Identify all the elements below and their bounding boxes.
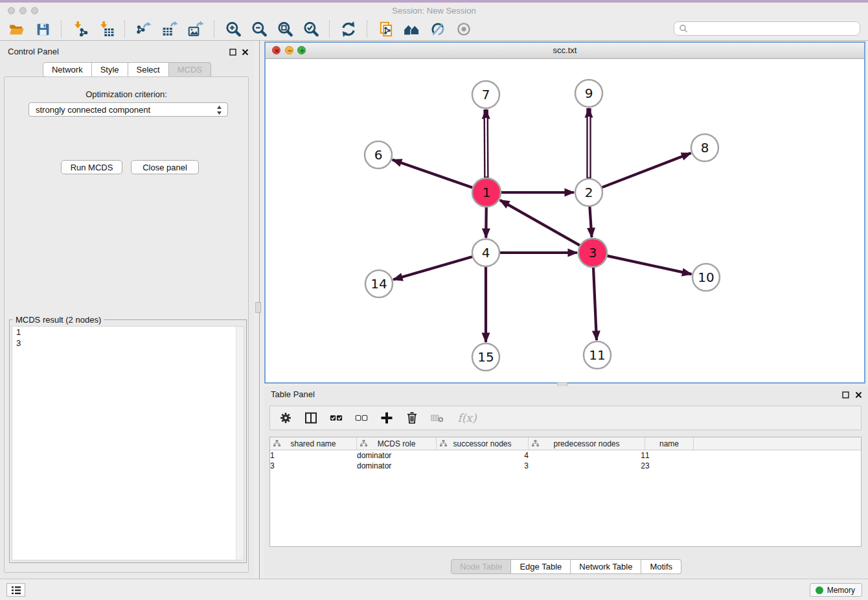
import-network-icon[interactable]: [70, 19, 91, 39]
export-image-icon[interactable]: [185, 19, 206, 39]
hide-panels-icon[interactable]: [428, 19, 448, 39]
save-session-icon[interactable]: [32, 19, 53, 39]
table-tab-node-table[interactable]: Node Table: [451, 559, 512, 574]
graph-edge-3-11[interactable]: [593, 268, 597, 340]
graph-edge-3-10[interactable]: [607, 256, 691, 274]
graph-edge-1-4[interactable]: [486, 207, 486, 238]
application-window: Session: New Session: [0, 0, 868, 600]
float-panel-icon[interactable]: [229, 48, 237, 56]
zoom-selected-icon[interactable]: [301, 19, 321, 39]
run-mcds-button[interactable]: Run MCDS: [61, 160, 122, 174]
graph-node-4[interactable]: 4: [472, 239, 499, 266]
node-label: 10: [698, 270, 714, 285]
tab-select[interactable]: Select: [128, 62, 169, 77]
column-label: name: [659, 439, 679, 448]
network-window-titlebar[interactable]: scc.txt: [266, 43, 864, 59]
node-table[interactable]: shared nameMCDS rolesuccessor nodesprede…: [269, 437, 862, 547]
clone-network-icon[interactable]: [376, 19, 396, 39]
home-view-icon[interactable]: [402, 19, 422, 39]
optimization-criterion-label: Optimization criterion:: [5, 89, 248, 99]
graph-node-10[interactable]: 10: [692, 264, 720, 291]
zoom-out-icon[interactable]: [249, 19, 269, 39]
graph-edge-1-6[interactable]: [393, 160, 473, 188]
refresh-layout-icon[interactable]: [338, 19, 359, 39]
open-session-icon[interactable]: [6, 19, 27, 39]
deselect-all-checkboxes-icon[interactable]: [355, 411, 368, 425]
panel-divider-handle[interactable]: [255, 302, 261, 313]
table-panel-tabs: Node TableEdge TableNetwork TableMotifs: [264, 559, 868, 574]
graph-node-2[interactable]: 2: [575, 179, 602, 206]
delete-table-icon[interactable]: [431, 411, 444, 425]
network-minimize-button[interactable]: [285, 46, 293, 54]
table-tab-edge-table[interactable]: Edge Table: [511, 559, 571, 574]
mcds-result-box: MCDS result (2 nodes) 13: [9, 319, 247, 563]
tab-style[interactable]: Style: [92, 62, 128, 77]
show-columns-icon[interactable]: [304, 411, 317, 425]
function-builder-icon[interactable]: f(x): [456, 411, 478, 425]
table-cell: 1: [270, 450, 357, 461]
table-cell: 1: [529, 450, 645, 461]
tab-mcds[interactable]: MCDS: [169, 62, 211, 77]
result-scrollbar[interactable]: [236, 327, 244, 560]
network-canvas[interactable]: 7968124314101511: [266, 58, 864, 382]
table-cell: 3: [437, 461, 529, 471]
tab-network[interactable]: Network: [43, 62, 92, 77]
toolbar-separator: [367, 21, 368, 38]
edge-gap: [486, 118, 486, 177]
table-row[interactable]: 1dominator411: [270, 450, 861, 461]
graph-node-14[interactable]: 14: [365, 270, 393, 297]
memory-button[interactable]: Memory: [810, 583, 862, 597]
zoom-fit-icon[interactable]: [275, 19, 295, 39]
node-label: 2: [585, 185, 593, 200]
column-header-successor-nodes[interactable]: successor nodes: [437, 437, 529, 450]
table-row[interactable]: 3dominator323: [270, 461, 861, 471]
show-view-icon[interactable]: [453, 19, 474, 39]
task-history-button[interactable]: [6, 583, 25, 597]
node-label: 14: [371, 276, 387, 292]
graph-edge-3-1[interactable]: [500, 200, 580, 246]
column-header-filler: [694, 437, 861, 450]
column-label: successor nodes: [453, 439, 511, 448]
export-network-icon[interactable]: [133, 19, 154, 39]
graph-edge-4-14[interactable]: [393, 257, 472, 279]
select-all-checkboxes-icon[interactable]: [330, 411, 343, 425]
import-table-icon[interactable]: [96, 19, 117, 39]
export-table-icon[interactable]: [159, 19, 180, 39]
graph-node-11[interactable]: 11: [584, 341, 611, 369]
column-header-name[interactable]: name: [645, 437, 694, 450]
mcds-result-area[interactable]: 13: [12, 326, 244, 560]
search-input[interactable]: [674, 21, 860, 36]
node-table-header: shared nameMCDS rolesuccessor nodesprede…: [270, 437, 861, 450]
list-icon: [11, 586, 21, 595]
optimization-criterion-select[interactable]: strongly connected component: [29, 102, 228, 117]
network-close-button[interactable]: [272, 46, 280, 54]
column-header-shared-name[interactable]: shared name: [270, 437, 357, 450]
node-label: 3: [589, 245, 597, 260]
close-panel-icon[interactable]: [241, 48, 249, 56]
result-line: 1: [12, 327, 244, 338]
add-column-icon[interactable]: [380, 411, 393, 425]
table-cell: 3: [270, 461, 357, 471]
column-header-predecessor-nodes[interactable]: predecessor nodes: [529, 437, 645, 450]
column-label: shared name: [290, 439, 336, 448]
network-maximize-button[interactable]: [297, 46, 306, 54]
float-table-panel-icon[interactable]: [841, 391, 850, 399]
graph-edge-2-8[interactable]: [602, 153, 691, 187]
table-tab-network-table[interactable]: Network Table: [571, 559, 641, 574]
graph-node-1[interactable]: 1: [472, 178, 501, 207]
graph-node-8[interactable]: 8: [691, 134, 718, 161]
zoom-in-icon[interactable]: [223, 19, 244, 39]
graph-node-6[interactable]: 6: [365, 141, 392, 168]
close-panel-button[interactable]: Close panel: [131, 160, 199, 174]
graph-node-7[interactable]: 7: [472, 81, 499, 108]
graph-node-15[interactable]: 15: [472, 343, 499, 371]
close-table-panel-icon[interactable]: [854, 391, 863, 399]
table-tab-motifs[interactable]: Motifs: [641, 559, 681, 574]
graph-node-3[interactable]: 3: [578, 238, 607, 267]
graph-node-9[interactable]: 9: [575, 80, 602, 107]
column-header-mcds-role[interactable]: MCDS role: [357, 437, 437, 450]
graph-edge-2-3[interactable]: [589, 207, 591, 237]
settings-gear-icon[interactable]: [279, 411, 292, 425]
delete-column-icon[interactable]: [405, 411, 418, 425]
chevron-up-down-icon: [216, 105, 222, 117]
